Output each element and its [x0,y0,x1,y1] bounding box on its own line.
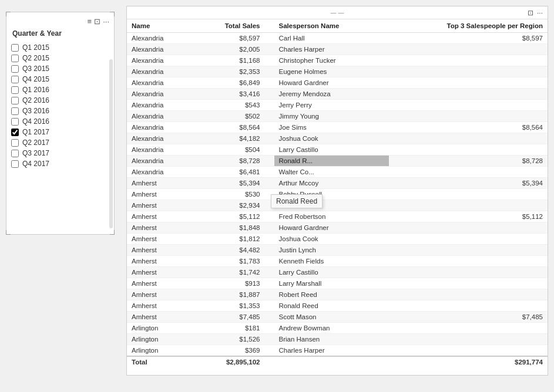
cell-top3 [389,167,548,178]
table-row: Alexandria$6,481Walter Co... [127,167,548,178]
more-options-icon[interactable]: ··· [103,17,109,26]
total-salesperson [274,356,390,367]
filter-label-q1-2015: Q1 2015 [22,43,49,52]
table-row: Alexandria$2,353Eugene Holmes [127,66,548,77]
data-table: Name Total Sales Salesperson Name Top 3 … [127,19,548,367]
cell-spacer [265,122,274,133]
col-spacer [265,19,274,33]
cell-top3 [389,234,548,245]
cell-top3 [389,111,548,122]
table-row: Amherst$7,485Scott Mason$7,485 [127,312,548,323]
filter-label-q3-2016: Q3 2016 [22,107,49,115]
table-row: Amherst$530Bobby Russell [127,189,548,200]
filter-checkbox-q4-2016[interactable] [11,118,19,126]
cell-spacer [265,256,274,267]
filter-item-q3-2015[interactable]: Q3 2015 [11,63,109,74]
filter-checkbox-q1-2017[interactable] [11,129,19,136]
cell-top3 [389,89,548,100]
cell-salesperson: Bobby Russell [274,189,390,200]
table-row: Amherst$1,812Joshua Cook [127,234,548,245]
filter-label-q4-2017: Q4 2017 [22,160,49,168]
cell-top3 [389,44,548,55]
filter-item-q1-2017[interactable]: Q1 2017 [11,127,109,137]
cell-salesperson: Larry Castillo [274,144,390,156]
cell-salesperson: Walter Co... [274,167,390,178]
filter-checkbox-q2-2016[interactable] [11,97,19,104]
filter-item-q2-2016[interactable]: Q2 2016 [11,95,109,106]
cell-name: Alexandria [127,89,197,100]
menu-lines-icon[interactable]: ≡ [88,17,92,26]
filter-item-q4-2016[interactable]: Q4 2016 [11,116,109,127]
table-row: Amherst$1,353Ronald Reed [127,300,548,312]
cell-salesperson: Jeremy Mendoza [274,89,390,100]
filter-item-q4-2015[interactable]: Q4 2015 [11,74,109,85]
cell-sales: $6,849 [197,77,264,89]
filter-item-q2-2015[interactable]: Q2 2015 [11,53,109,63]
filter-item-q1-2015[interactable]: Q1 2015 [11,42,109,53]
cell-name: Alexandria [127,100,197,111]
drag-handle[interactable]: — — [331,9,344,16]
filter-checkbox-q1-2016[interactable] [11,86,19,94]
cell-top3 [389,100,548,111]
total-row: Total$2,895,102$291,774 [127,356,548,367]
cell-salesperson: Christopher Tucker [274,55,390,66]
more-options-table-icon[interactable]: ··· [537,9,543,17]
col-total-sales[interactable]: Total Sales [197,19,264,33]
cell-top3 [389,267,548,278]
filter-label-q2-2016: Q2 2016 [22,96,49,104]
col-salesperson[interactable]: Salesperson Name [274,19,390,33]
table-row: Alexandria$2,005Charles Harper [127,44,548,55]
col-name[interactable]: Name [127,19,197,33]
filter-checkbox-q1-2015[interactable] [11,44,19,52]
table-row: Alexandria$8,728Ronald R...$8,728 [127,156,548,167]
cell-sales: $543 [197,100,264,111]
filter-title: Quarter & Year [11,29,109,38]
filter-checkbox-q4-2017[interactable] [11,160,19,168]
cell-sales: $502 [197,111,264,122]
cell-spacer [265,300,274,312]
table-row: Alexandria$1,168Christopher Tucker [127,55,548,66]
cell-name: Amherst [127,300,197,312]
table-row: Alexandria$502Jimmy Young [127,111,548,122]
filter-item-q4-2017[interactable]: Q4 2017 [11,158,109,169]
filter-checkbox-q4-2015[interactable] [11,76,19,83]
expand-icon[interactable]: ⊡ [94,17,100,26]
filter-checkbox-q3-2015[interactable] [11,65,19,73]
cell-sales: $8,564 [197,122,264,133]
cell-spacer [265,66,274,77]
cell-spacer [265,100,274,111]
cell-spacer [265,44,274,55]
cell-spacer [265,111,274,122]
cell-top3 [389,66,548,77]
cell-name: Amherst [127,234,197,245]
cell-spacer [265,133,274,144]
table-row: Alexandria$504Larry Castillo [127,144,548,156]
cell-salesperson: Justin Lynch [274,245,390,256]
filter-item-q1-2016[interactable]: Q1 2016 [11,85,109,95]
filter-label-q3-2015: Q3 2015 [22,65,49,73]
filter-item-q3-2016[interactable]: Q3 2016 [11,106,109,116]
cell-sales: $6,481 [197,167,264,178]
cell-spacer [265,55,274,66]
cell-name: Amherst [127,256,197,267]
filter-checkbox-q3-2016[interactable] [11,107,19,115]
cell-salesperson: Ronald Reed [274,300,390,312]
filter-checkbox-q3-2017[interactable] [11,150,19,157]
data-table-wrapper[interactable]: Name Total Sales Salesperson Name Top 3 … [127,19,548,367]
cell-spacer [265,89,274,100]
cell-top3 [389,334,548,345]
filter-label-q1-2017: Q1 2017 [22,128,49,136]
filter-scrollbar[interactable] [109,59,113,228]
cell-sales: $504 [197,144,264,156]
data-panel: — — ⊡ ··· Name Total Sales Salesperson N… [126,6,548,376]
filter-checkbox-q2-2015[interactable] [11,55,19,62]
expand-table-icon[interactable]: ⊡ [528,9,533,17]
filter-item-q2-2017[interactable]: Q2 2017 [11,137,109,148]
table-row: Amherst$1,742Larry Castillo [127,267,548,278]
data-panel-header: — — ⊡ ··· [127,6,548,19]
cell-sales: $8,728 [197,156,264,167]
col-top3[interactable]: Top 3 Salespeople per Region [389,19,548,33]
filter-item-q3-2017[interactable]: Q3 2017 [11,148,109,158]
cell-spacer [265,222,274,234]
filter-checkbox-q2-2017[interactable] [11,139,19,147]
